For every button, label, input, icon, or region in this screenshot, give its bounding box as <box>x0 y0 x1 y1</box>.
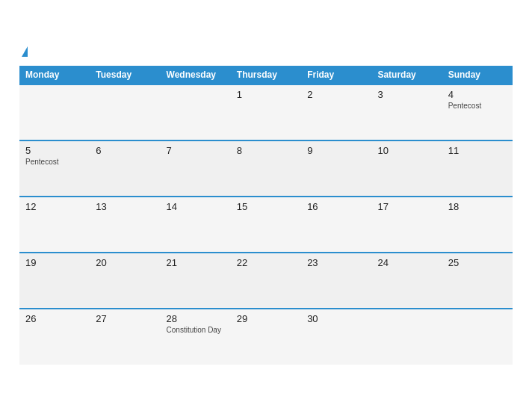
day-cell: 18 <box>442 197 513 253</box>
day-cell: 16 <box>301 197 371 253</box>
day-cell: 11 <box>442 140 513 197</box>
day-number: 8 <box>237 145 295 156</box>
day-number: 2 <box>307 89 365 100</box>
day-header-wednesday: Wednesday <box>161 66 231 84</box>
day-number: 26 <box>25 313 84 324</box>
day-cell: 15 <box>231 197 301 253</box>
day-cell: 22 <box>231 253 301 309</box>
day-cell: 29 <box>231 309 301 365</box>
day-cell: 13 <box>90 197 160 253</box>
day-number: 16 <box>307 201 365 212</box>
day-number: 30 <box>307 313 365 324</box>
day-number: 11 <box>448 145 507 156</box>
day-cell: 3 <box>371 84 442 140</box>
holiday-label: Pentecost <box>448 102 507 110</box>
day-number: 10 <box>377 145 436 156</box>
day-header-saturday: Saturday <box>371 66 442 84</box>
day-cell: 6 <box>90 140 160 197</box>
day-number: 12 <box>25 201 84 212</box>
day-cell <box>442 309 513 365</box>
day-cell: 7 <box>161 140 231 197</box>
holiday-label: Constitution Day <box>167 326 225 334</box>
day-number: 22 <box>237 257 295 268</box>
day-cell: 26 <box>19 309 90 365</box>
day-number: 19 <box>25 257 84 268</box>
day-cell: 28Constitution Day <box>161 309 231 365</box>
day-number: 29 <box>237 313 295 324</box>
day-cell: 23 <box>301 253 371 309</box>
day-cell: 4Pentecost <box>442 84 513 140</box>
day-cell: 5Pentecost <box>19 140 90 197</box>
day-cell <box>19 84 90 140</box>
week-row-4: 19202122232425 <box>19 253 513 309</box>
day-number: 7 <box>167 145 225 156</box>
day-number: 13 <box>96 201 154 212</box>
day-cell: 20 <box>90 253 160 309</box>
week-row-1: 1234Pentecost <box>19 84 513 140</box>
day-header-monday: Monday <box>19 66 90 84</box>
day-cell: 8 <box>231 140 301 197</box>
day-number: 15 <box>237 201 295 212</box>
day-cell <box>90 84 160 140</box>
day-cell: 21 <box>161 253 231 309</box>
day-cell: 30 <box>301 309 371 365</box>
day-number: 4 <box>448 89 507 100</box>
day-number: 21 <box>167 257 225 268</box>
day-number: 9 <box>307 145 365 156</box>
day-cell: 9 <box>301 140 371 197</box>
day-cell: 25 <box>442 253 513 309</box>
day-number: 24 <box>377 257 436 268</box>
week-row-3: 12131415161718 <box>19 197 513 253</box>
logo-triangle-icon <box>22 46 28 57</box>
day-number: 6 <box>96 145 154 156</box>
day-number: 28 <box>167 313 225 324</box>
day-cell: 14 <box>161 197 231 253</box>
day-number: 20 <box>96 257 154 268</box>
day-header-thursday: Thursday <box>231 66 301 84</box>
day-number: 25 <box>448 257 507 268</box>
day-cell: 10 <box>371 140 442 197</box>
day-number: 18 <box>448 201 507 212</box>
day-header-tuesday: Tuesday <box>90 66 160 84</box>
day-cell <box>371 309 442 365</box>
day-number: 27 <box>96 313 154 324</box>
header-row: MondayTuesdayWednesdayThursdayFridaySatu… <box>19 66 513 84</box>
day-cell: 17 <box>371 197 442 253</box>
day-cell: 27 <box>90 309 160 365</box>
day-cell <box>161 84 231 140</box>
day-number: 17 <box>377 201 436 212</box>
day-number: 1 <box>237 89 295 100</box>
logo <box>19 46 28 58</box>
holiday-label: Pentecost <box>25 158 84 166</box>
day-cell: 2 <box>301 84 371 140</box>
day-cell: 19 <box>19 253 90 309</box>
calendar-container: MondayTuesdayWednesdayThursdayFridaySatu… <box>8 39 524 372</box>
day-header-sunday: Sunday <box>442 66 513 84</box>
week-row-2: 5Pentecost67891011 <box>19 140 513 197</box>
day-cell: 12 <box>19 197 90 253</box>
day-number: 5 <box>25 145 84 156</box>
day-cell: 1 <box>231 84 301 140</box>
day-number: 3 <box>377 89 436 100</box>
calendar-grid: MondayTuesdayWednesdayThursdayFridaySatu… <box>19 66 513 365</box>
day-header-friday: Friday <box>301 66 371 84</box>
calendar-header <box>19 46 513 58</box>
day-number: 14 <box>167 201 225 212</box>
day-number: 23 <box>307 257 365 268</box>
day-cell: 24 <box>371 253 442 309</box>
week-row-5: 262728Constitution Day2930 <box>19 309 513 365</box>
